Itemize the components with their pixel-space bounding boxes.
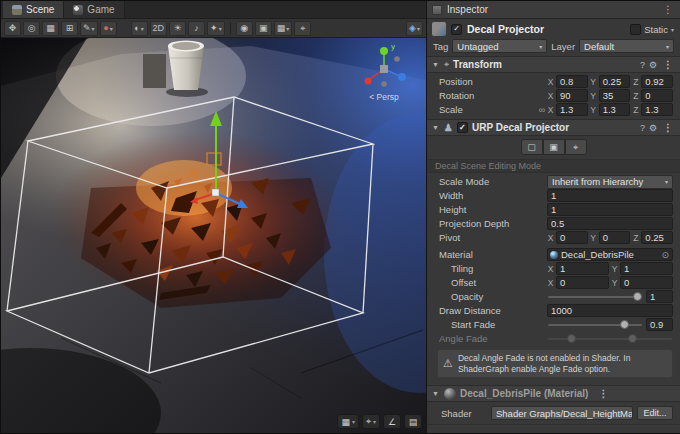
gameobject-active-checkbox[interactable]: ✓ [451,24,462,35]
uniform-scale-link-icon[interactable]: ∞ [537,105,547,115]
draw-distance-label: Draw Distance [439,305,547,316]
foldout-icon[interactable]: ▼ [432,390,440,397]
decal-projector-object-icon [432,22,446,36]
angle-fade-row: Angle Fade [427,332,680,345]
grid-snap-button[interactable]: ▦ [42,21,59,36]
pivot-z-field[interactable]: 0.25 [641,231,673,244]
help-icon[interactable]: ? [640,123,645,133]
edit-pivot-mode-button[interactable]: ⌖ [565,139,587,155]
edit-scale-mode-button[interactable]: ▢ [521,139,543,155]
tiling-y-field[interactable]: 1 [620,262,673,275]
scale-z-field[interactable]: 1.3 [641,103,673,116]
measure-icon: ⌖ [300,23,305,34]
increment-snap-button[interactable]: ⊞ [61,21,78,36]
y-axis-handle[interactable] [380,47,388,55]
gizmos-dropdown-button[interactable]: ◈▾ [406,21,423,36]
shader-dropdown[interactable]: Shader Graphs/Decal_HeightMask ▾ [491,406,633,420]
x-axis-handle[interactable] [365,78,372,85]
negative-axis-handle[interactable] [381,81,387,87]
gizmo-center-handle[interactable] [212,189,219,196]
component-enabled-checkbox[interactable]: ✓ [457,122,468,133]
opacity-slider[interactable] [547,290,643,303]
shader-value: Shader Graphs/Decal_HeightMask [496,408,633,419]
negative-axis-handle[interactable] [394,56,400,62]
scene-lighting-toggle[interactable]: ☀ [169,21,186,36]
scene-visibility-toggle[interactable]: ◉ [236,21,253,36]
object-picker-icon[interactable]: ⊙ [660,250,670,260]
scene-3d-canvas[interactable]: y < Persp [1,38,426,433]
grid-visibility-button[interactable]: ▦▾ [274,21,293,36]
material-object-field[interactable]: Decal_DebrisPile ⊙ [547,248,673,261]
orientation-gizmo-cube[interactable] [380,65,388,73]
static-checkbox[interactable] [630,24,641,35]
opacity-value-field[interactable]: 1 [646,290,673,303]
grid-icon: ▦ [341,417,350,427]
hand-tool-button[interactable]: ✥ [4,21,21,36]
decal-edit-mode-group: ▢ ▣ ⌖ [427,136,680,157]
slider-handle[interactable] [620,320,629,329]
height-field[interactable]: 1 [547,203,673,216]
angle-snap-button[interactable]: ∠ [383,414,401,429]
pivot-mode-button[interactable]: ◎ [23,21,40,36]
material-menu-icon[interactable]: ⋮ [596,388,610,399]
transform-header[interactable]: ▼ ⌖ Transform ? ⚙ ⋮ [427,56,680,73]
measure-tool-button[interactable]: ⌖ [294,21,311,36]
component-menu-icon[interactable]: ⋮ [661,122,675,133]
preset-icon[interactable]: ⚙ [649,60,657,70]
component-menu-icon[interactable]: ⋮ [661,59,675,70]
overlays-button[interactable]: ▤ [404,414,422,429]
start-fade-slider[interactable] [547,318,643,331]
position-x-field[interactable]: 0.8 [556,75,588,88]
tiling-x-field[interactable]: 1 [556,262,609,275]
shading-mode-button[interactable]: ◐▾ [131,21,148,36]
scene-viewport[interactable]: y < Persp ▦▾ ⌖▾ ∠ ▤ [1,38,426,433]
shader-edit-button[interactable]: Edit... [637,406,673,420]
scale-x-field[interactable]: 1.3 [556,103,588,116]
paint-tool-button[interactable]: ✎▾ [80,21,98,36]
tab-scene[interactable]: Scene [3,1,64,18]
2d-label: 2D [153,23,165,33]
slider-handle[interactable] [633,292,642,301]
offset-y-field[interactable]: 0 [620,276,673,289]
z-axis-handle[interactable] [398,73,406,81]
foldout-icon[interactable]: ▼ [432,61,440,68]
inspector-menu-icon[interactable]: ⋮ [661,4,675,15]
preset-icon[interactable]: ⚙ [649,123,657,133]
start-fade-label: Start Fade [439,319,547,330]
foldout-icon[interactable]: ▼ [432,124,440,131]
offset-x-field[interactable]: 0 [556,276,609,289]
pivot-x-field[interactable]: 0 [556,231,588,244]
grid-plane-button[interactable]: ▦▾ [337,414,359,429]
material-editor-header[interactable]: ▼ Decal_DebrisPile (Material) ⋮ [427,385,680,402]
tab-game[interactable]: Game [64,1,124,18]
static-dropdown-icon[interactable]: ▾ [671,26,674,33]
z-axis-label: Z [632,233,639,243]
2d-toggle-button[interactable]: 2D [150,21,168,36]
chevron-down-icon: ▾ [539,43,542,50]
position-z-field[interactable]: 0.92 [641,75,673,88]
static-label: Static [644,24,668,35]
snap-settings-button[interactable]: ⌖▾ [362,414,380,429]
effects-dropdown-button[interactable]: ✦▾ [207,21,225,36]
projection-depth-field[interactable]: 0.5 [547,217,673,230]
position-y-field[interactable]: 0.25 [599,75,631,88]
scene-audio-toggle[interactable]: ♪ [188,21,205,36]
draw-distance-field[interactable]: 1000 [547,304,673,317]
rotation-z-field[interactable]: 0 [641,89,673,102]
decal-projector-header[interactable]: ▼ ♟ ✓ URP Decal Projector ? ⚙ ⋮ [427,119,680,136]
scale-mode-dropdown[interactable]: Inherit from Hierarchy ▾ [547,175,673,189]
perspective-label[interactable]: < Persp [369,92,399,102]
edit-crop-mode-button[interactable]: ▣ [543,139,565,155]
rotation-x-field[interactable]: 90 [556,89,588,102]
scale-y-field[interactable]: 1.3 [599,103,631,116]
gameobject-name[interactable]: Decal Projector [467,23,625,35]
help-icon[interactable]: ? [640,60,645,70]
tag-dropdown[interactable]: Untagged ▾ [452,39,547,53]
overlay-tool-button[interactable]: ●▾ [100,21,117,36]
rotation-y-field[interactable]: 35 [599,89,631,102]
pivot-y-field[interactable]: 0 [599,231,631,244]
width-field[interactable]: 1 [547,189,673,202]
start-fade-value-field[interactable]: 0.9 [646,318,673,331]
camera-settings-button[interactable]: ▣ [255,21,272,36]
layer-dropdown[interactable]: Default ▾ [579,39,674,53]
